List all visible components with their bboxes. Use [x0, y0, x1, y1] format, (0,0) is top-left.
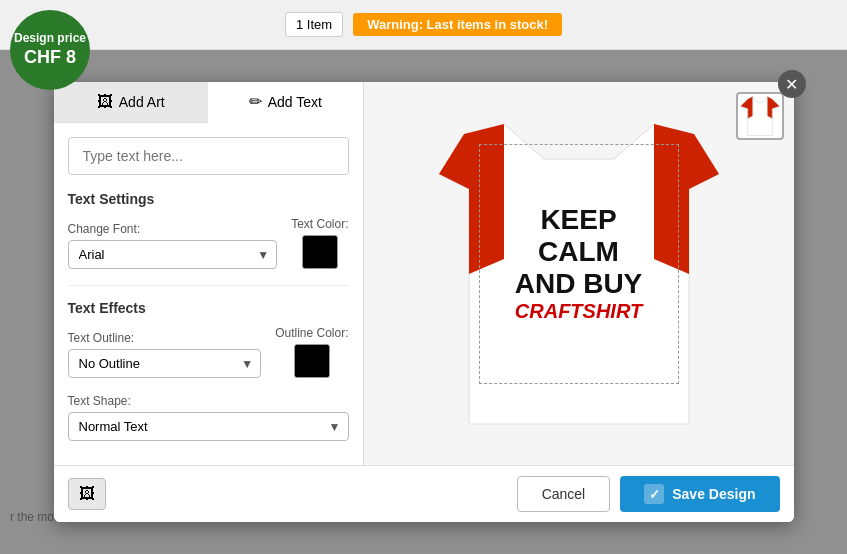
- outline-color-swatch[interactable]: [294, 344, 330, 378]
- tshirt-text-line1: KEEP CALM AND BUY: [515, 204, 643, 301]
- divider-1: [68, 285, 349, 286]
- outline-select-wrapper: No Outline Thin Outline Medium Outline T…: [68, 349, 262, 378]
- item-badge: 1 Item: [285, 12, 343, 37]
- close-button[interactable]: ✕: [778, 70, 806, 98]
- footer-left: 🖼: [68, 478, 106, 510]
- outline-color-field: Outline Color:: [275, 326, 348, 378]
- text-overlay-box: KEEP CALM AND BUY CRAFTSHIRT: [479, 144, 679, 384]
- outline-field: Text Outline: No Outline Thin Outline Me…: [68, 331, 262, 378]
- tab-add-art-label: Add Art: [119, 94, 165, 110]
- design-price-value: CHF 8: [24, 46, 76, 69]
- outline-select[interactable]: No Outline Thin Outline Medium Outline T…: [68, 349, 262, 378]
- shape-group: Text Shape: Normal Text Arch Up Arch Dow…: [68, 394, 349, 441]
- text-effects-title: Text Effects: [68, 300, 349, 316]
- tabs: 🖼 Add Art ✏ Add Text: [54, 82, 363, 123]
- tab-add-text[interactable]: ✏ Add Text: [208, 82, 363, 123]
- modal-footer: 🖼 Cancel ✓ Save Design: [54, 465, 794, 522]
- design-price-label: Design price: [14, 31, 86, 45]
- add-text-icon: ✏: [249, 92, 262, 111]
- text-input[interactable]: [68, 137, 349, 175]
- text-color-swatch[interactable]: [302, 235, 338, 269]
- add-art-icon: 🖼: [97, 93, 113, 111]
- tab-add-text-label: Add Text: [268, 94, 322, 110]
- text-settings-title: Text Settings: [68, 191, 349, 207]
- font-select[interactable]: Arial Verdana Times New Roman Georgia Co…: [68, 240, 278, 269]
- text-color-label: Text Color:: [291, 217, 348, 231]
- shape-select-wrapper: Normal Text Arch Up Arch Down Circle Wav…: [68, 412, 349, 441]
- tshirt-container: KEEP CALM AND BUY CRAFTSHIRT: [429, 104, 729, 444]
- shape-select[interactable]: Normal Text Arch Up Arch Down Circle Wav…: [68, 412, 349, 441]
- thumbnail-tshirt-svg: [740, 94, 780, 138]
- modal: ✕ 🖼 Add Art ✏ Add Text: [54, 82, 794, 522]
- font-settings-group: Change Font: Arial Verdana Times New Rom…: [68, 217, 349, 269]
- font-select-wrapper: Arial Verdana Times New Roman Georgia Co…: [68, 240, 278, 269]
- font-field: Change Font: Arial Verdana Times New Rom…: [68, 222, 278, 269]
- tshirt-text-line4: CRAFTSHIRT: [515, 300, 642, 323]
- footer-right: Cancel ✓ Save Design: [517, 476, 780, 512]
- outline-settings-group: Text Outline: No Outline Thin Outline Me…: [68, 326, 349, 378]
- tab-add-art[interactable]: 🖼 Add Art: [54, 82, 209, 122]
- text-color-field: Text Color:: [291, 217, 348, 269]
- tshirt-thumbnail[interactable]: [736, 92, 784, 140]
- save-design-button[interactable]: ✓ Save Design: [620, 476, 779, 512]
- check-icon: ✓: [644, 484, 664, 504]
- text-shape-label: Text Shape:: [68, 394, 349, 408]
- warning-badge: Warning: Last items in stock!: [353, 13, 562, 36]
- outline-color-label: Outline Color:: [275, 326, 348, 340]
- left-panel: 🖼 Add Art ✏ Add Text Text Settings: [54, 82, 364, 465]
- cancel-button[interactable]: Cancel: [517, 476, 611, 512]
- right-panel: KEEP CALM AND BUY CRAFTSHIRT: [364, 82, 794, 465]
- change-font-label: Change Font:: [68, 222, 278, 236]
- footer-image-button[interactable]: 🖼: [68, 478, 106, 510]
- text-outline-label: Text Outline:: [68, 331, 262, 345]
- save-design-label: Save Design: [672, 486, 755, 502]
- panel-content: Text Settings Change Font: Arial Verdana…: [54, 123, 363, 465]
- design-price-badge: Design price CHF 8: [10, 10, 90, 90]
- svg-marker-1: [740, 96, 752, 118]
- modal-overlay: ✕ 🖼 Add Art ✏ Add Text: [0, 50, 847, 554]
- svg-marker-2: [767, 96, 779, 118]
